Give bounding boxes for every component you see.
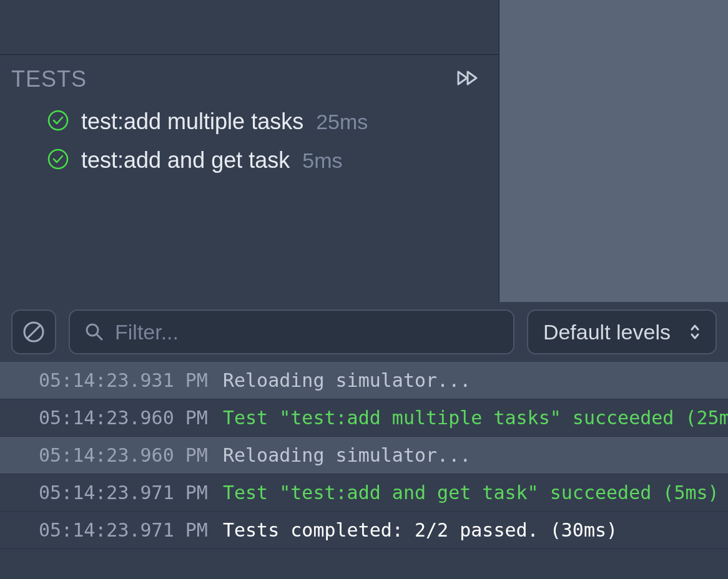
log-message: Test "test:add multiple tasks" succeeded… [223,407,728,429]
svg-line-3 [27,326,40,338]
log-message: Reloading simulator... [223,444,471,466]
console-log[interactable]: 05:14:23.931 PM Reloading simulator... 0… [0,362,728,579]
svg-point-0 [49,111,67,130]
filter-input[interactable] [115,320,498,344]
log-entry: 05:14:23.971 PM Test "test:add and get t… [0,474,728,512]
console-panel: Default levels 05:14:23.931 PM Reloading… [0,302,728,579]
log-entry: 05:14:23.960 PM Reloading simulator... [0,437,728,474]
log-entry: 05:14:23.960 PM Test "test:add multiple … [0,399,728,437]
log-entry: 05:14:23.931 PM Reloading simulator... [0,362,728,399]
test-duration: 25ms [316,110,368,134]
log-timestamp: 05:14:23.971 PM [39,482,208,504]
test-duration: 5ms [302,148,342,173]
panel-empty-area [0,0,499,55]
log-message: Test "test:add and get task" succeeded (… [223,482,719,504]
tests-panel: TESTS test:add multiple tasks 25ms [0,0,499,302]
chevron-up-down-icon [689,323,701,341]
log-entry: 05:14:23.971 PM Tests completed: 2/2 pas… [0,512,728,549]
tests-list: test:add multiple tasks 25ms test:add an… [0,100,499,182]
log-message: Tests completed: 2/2 passed. (30ms) [223,519,617,541]
svg-line-5 [97,334,102,339]
log-levels-select[interactable]: Default levels [527,309,717,354]
console-toolbar: Default levels [0,302,728,362]
log-message: Reloading simulator... [223,369,471,391]
test-item[interactable]: test:add and get task 5ms [0,141,499,180]
log-timestamp: 05:14:23.931 PM [39,369,208,391]
check-circle-icon [47,110,69,134]
test-name: test:add multiple tasks [81,109,303,135]
tests-title: TESTS [11,66,87,92]
clear-icon [22,321,45,343]
svg-point-1 [49,150,67,168]
search-icon [85,323,104,341]
log-timestamp: 05:14:23.971 PM [39,519,208,541]
right-panel [499,0,728,302]
run-all-icon[interactable] [456,69,481,89]
log-levels-label: Default levels [543,320,671,344]
check-circle-icon [47,148,69,172]
clear-console-button[interactable] [11,309,56,354]
log-timestamp: 05:14:23.960 PM [39,444,208,466]
test-item[interactable]: test:add multiple tasks 25ms [0,102,499,141]
test-name: test:add and get task [81,147,290,173]
filter-input-container[interactable] [69,309,514,354]
log-timestamp: 05:14:23.960 PM [39,407,208,429]
